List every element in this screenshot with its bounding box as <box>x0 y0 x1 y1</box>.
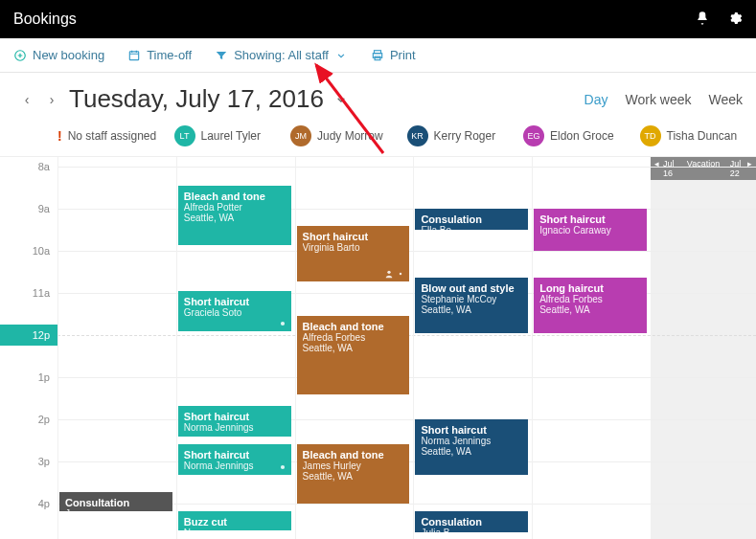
view-day[interactable]: Day <box>584 92 608 107</box>
event-title: Bleach and tone <box>184 191 286 202</box>
calendar-event[interactable]: ConsulationElla Bo <box>415 209 528 230</box>
event-client: Ella Bo <box>421 225 522 230</box>
calendar-event[interactable]: Short haircutNorma Jennings <box>178 444 291 475</box>
noon-indicator: 12p <box>0 325 57 346</box>
event-title: Short haircut <box>184 449 286 460</box>
view-week[interactable]: Week <box>708 92 743 107</box>
event-title: Short haircut <box>184 296 286 307</box>
event-title: Blow out and style <box>421 282 522 294</box>
staff-header[interactable]: LTLaurel Tyler <box>174 125 291 146</box>
prev-day-button[interactable]: ‹ <box>19 92 34 107</box>
staff-header[interactable]: TDTisha Duncan <box>640 125 757 146</box>
svg-rect-4 <box>375 56 380 60</box>
svg-point-9 <box>400 273 402 276</box>
calendar-event[interactable]: Short haircutIgnacio Caraway <box>534 209 647 251</box>
event-client: James Hurley <box>303 460 404 471</box>
filter-icon <box>215 49 228 62</box>
time-off-label: Time-off <box>147 48 192 62</box>
hour-label: 4p <box>38 498 50 509</box>
calendar-event[interactable]: Bleach and toneAlfreda ForbesSeattle, WA <box>297 316 410 394</box>
vacation-banner: ◂Jul 16 Vacation Jul 22▸ <box>651 157 756 180</box>
chevron-down-icon[interactable] <box>333 92 349 107</box>
avatar: TD <box>640 125 661 146</box>
person-icon <box>384 269 394 279</box>
event-title: Short haircut <box>303 231 404 242</box>
calendar-event[interactable]: Short haircutVirginia Barto <box>297 226 410 281</box>
staff-label: Laurel Tyler <box>201 129 261 143</box>
event-client: Graciela Soto <box>184 307 286 318</box>
event-title: Long haircut <box>539 282 641 294</box>
calendar-event[interactable]: Short haircutNorma Jennings <box>178 406 291 437</box>
event-title: Bleach and tone <box>303 321 404 332</box>
calendar-event[interactable]: Short haircutGraciela Soto <box>178 291 291 331</box>
event-client: Ignacio Caraway <box>539 225 641 236</box>
staff-label: Eldon Groce <box>550 129 614 143</box>
printer-icon <box>371 49 384 62</box>
event-title: Buzz cut <box>184 516 286 528</box>
calendar-event[interactable]: Bleach and toneAlfreda PotterSeattle, WA <box>178 186 291 245</box>
calendar-event[interactable]: Blow out and styleStephanie McCoySeattle… <box>415 278 528 333</box>
calendar-event[interactable]: ConsulationJulia B <box>415 511 528 532</box>
event-client: Norma Jennings <box>184 422 286 433</box>
event-client: Stephanie McCoy <box>421 294 522 304</box>
event-location: Seattle, WA <box>184 213 286 223</box>
hour-label: 9a <box>38 203 50 214</box>
print-button[interactable]: Print <box>371 48 416 62</box>
event-title: Consultation <box>65 497 167 508</box>
tisha-duncan-column: ◂Jul 16 Vacation Jul 22▸ <box>651 157 756 539</box>
recurring-icon <box>278 462 287 472</box>
event-client: Norma Jennings <box>184 460 286 471</box>
staff-label: Kerry Roger <box>434 129 496 143</box>
event-client: Alfreda Forbes <box>539 294 641 304</box>
calendar-column[interactable] <box>57 157 176 539</box>
calendar-event[interactable]: Bleach and toneJames HurleySeattle, WA <box>297 444 410 504</box>
hour-label: 1p <box>38 371 50 383</box>
staff-header[interactable]: !No staff assigned <box>57 125 174 146</box>
svg-point-8 <box>388 271 391 274</box>
staff-header[interactable]: EGEldon Groce <box>523 125 640 146</box>
event-title: Consulation <box>421 516 522 528</box>
calendar-icon <box>127 49 141 62</box>
event-title: Short haircut <box>421 424 522 436</box>
event-client: Alfreda Potter <box>184 202 286 213</box>
event-client: Norm <box>184 528 286 530</box>
event-title: Short haircut <box>184 411 286 422</box>
recurring-icon <box>278 319 287 328</box>
bell-icon[interactable] <box>695 11 710 29</box>
event-location: Seattle, WA <box>421 446 522 457</box>
svg-rect-1 <box>129 51 138 59</box>
hour-label: 10a <box>33 245 50 257</box>
hour-label: 11a <box>33 287 50 299</box>
hour-label: 2p <box>38 414 50 425</box>
event-location: Seattle, WA <box>303 471 404 482</box>
staff-header[interactable]: KRKerry Roger <box>407 125 524 146</box>
time-off-button[interactable]: Time-off <box>127 48 192 62</box>
event-client: J <box>65 508 167 511</box>
date-title[interactable]: Tuesday, July 17, 2016 <box>69 84 324 114</box>
calendar-event[interactable]: Short haircutNorma JenningsSeattle, WA <box>415 419 528 475</box>
avatar: JM <box>290 125 311 146</box>
calendar-event[interactable]: Long haircutAlfreda ForbesSeattle, WA <box>534 278 647 333</box>
new-booking-button[interactable]: New booking <box>13 48 104 62</box>
new-booking-label: New booking <box>33 48 104 62</box>
staff-label: Judy Morrow <box>317 129 383 143</box>
staff-header[interactable]: JMJudy Morrow <box>290 125 407 146</box>
avatar: LT <box>174 125 195 146</box>
avatar: KR <box>407 125 428 146</box>
next-day-button[interactable]: › <box>44 92 59 107</box>
event-title: Bleach and tone <box>303 449 404 460</box>
gear-icon <box>396 269 405 279</box>
gear-icon[interactable] <box>727 11 743 29</box>
staff-filter-button[interactable]: Showing: All staff <box>215 48 348 62</box>
chevron-down-icon <box>334 49 348 62</box>
view-workweek[interactable]: Work week <box>625 92 691 107</box>
hour-label: 8a <box>38 161 50 172</box>
event-title: Consulation <box>421 213 522 225</box>
calendar-event[interactable]: Buzz cutNorm <box>178 511 291 530</box>
alert-icon: ! <box>57 128 62 144</box>
event-client: Julia B <box>421 528 522 532</box>
staff-label: Tisha Duncan <box>667 129 738 143</box>
calendar-event[interactable]: ConsultationJ <box>59 492 172 511</box>
plus-circle-icon <box>13 49 27 62</box>
app-title: Bookings <box>13 11 77 28</box>
